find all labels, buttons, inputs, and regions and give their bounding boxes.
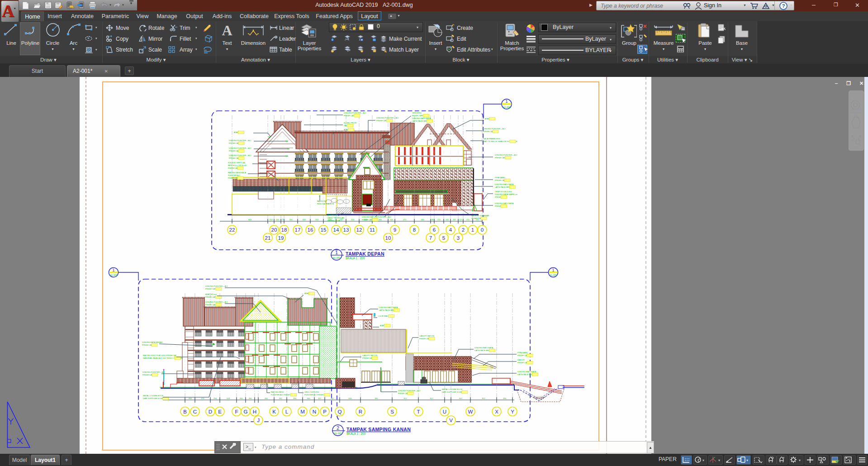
svg-text:R: R [359,409,362,414]
svg-text:A: A [222,23,232,38]
svg-text:PAL: PAL [344,124,347,127]
svg-text:308: 308 [303,219,306,221]
svg-text:DINDING PLESTER + ACI: DINDING PLESTER + ACI [142,371,165,373]
svg-text:165: 165 [446,219,449,221]
svg-text:16: 16 [308,227,313,233]
svg-text:DINDING PLESTER + ACI: DINDING PLESTER + ACI [229,139,251,142]
svg-text:FINISH CAT: FINISH CAT [344,114,354,117]
svg-text:U: U [443,409,446,414]
svg-text:K: K [272,409,276,414]
svg-text:20: 20 [271,227,277,233]
svg-text:19: 19 [278,235,284,241]
svg-text:RAILING KISI2 PLAT 40X4 FINISH: RAILING KISI2 PLAT 40X4 FINISH CAT [143,354,177,357]
svg-text:DINDING BATA MERAH: DINDING BATA MERAH [142,341,162,343]
svg-text:TEMPOK KELILING: TEMPOK KELILING [495,190,512,193]
svg-text:KACA FRAMELESS: KACA FRAMELESS [483,138,500,140]
svg-text:165: 165 [390,219,394,221]
svg-text:14: 14 [333,227,339,233]
svg-text:J: J [257,418,260,423]
svg-text:231: 231 [466,219,470,221]
svg-text:364: 364 [307,397,311,399]
svg-text:869: 869 [248,219,252,221]
svg-text:980: 980 [375,397,379,399]
svg-text:CANOPY BETON: CANOPY BETON [419,335,434,337]
svg-text:319: 319 [351,219,355,221]
svg-text:518: 518 [227,397,230,399]
svg-text:DINDING PLESTER + ACI: DINDING PLESTER + ACI [229,147,251,149]
svg-text:1: 1 [112,268,114,272]
svg-text:D: D [209,409,212,414]
svg-text:165: 165 [276,219,280,221]
svg-text:294: 294 [213,397,217,399]
svg-text:330: 330 [289,219,293,221]
svg-text:ANTERIOR: ANTERIOR [327,214,337,216]
svg-text:TERRACOTTA: TERRACOTTA [327,219,340,222]
svg-text:C: C [193,409,197,414]
svg-text:RAILING BESI/: RAILING BESI/ [271,391,284,393]
svg-text:GENTENG: GENTENG [412,112,422,114]
svg-text:CANOPY BETON: CANOPY BETON [362,354,377,357]
svg-text:DINDING BATU BATA: DINDING BATU BATA [495,183,513,185]
svg-text:FINISH CAT: FINISH CAT [362,219,372,221]
svg-text:6: 6 [433,227,436,233]
svg-text:18: 18 [281,227,287,233]
svg-text:KANOPI: KANOPI [517,359,525,361]
svg-text:8: 8 [413,227,416,233]
svg-text:ANDESIT SUSABAR: ANDESIT SUSABAR [471,214,489,217]
svg-text:385: 385 [379,219,382,221]
svg-text:1: 1 [335,250,338,255]
svg-text:FINISH CAT: FINISH CAT [362,357,373,359]
svg-text:DINDING BATU BATA: DINDING BATU BATA [495,202,513,204]
svg-text:A1-002: A1-002 [334,432,342,435]
svg-text:DINDING BATU BATA: DINDING BATU BATA [474,347,493,349]
svg-text:ATAP: ATAP [380,324,385,327]
svg-text:T: T [417,409,420,414]
svg-text:7: 7 [429,235,432,241]
svg-text:0: 0 [481,227,484,233]
svg-text:280: 280 [240,397,243,399]
svg-text:11: 11 [370,227,375,233]
svg-text:490: 490 [503,397,507,399]
svg-text:FINISH CAT: FINISH CAT [495,179,505,181]
svg-text:ATAP: ATAP [304,292,309,295]
svg-text:77: 77 [281,219,284,221]
svg-text:SKALA 1 : 200: SKALA 1 : 200 [346,257,365,260]
svg-text:PIPA KABEL: PIPA KABEL [495,176,506,179]
svg-text:FINISH CAT: FINISH CAT [229,157,239,159]
svg-text:ATAP: ATAP [344,128,349,131]
svg-text:CANDI TROWULAN: CANDI TROWULAN [327,217,344,219]
svg-text:FINISH CAT: FINISH CAT [228,167,238,169]
svg-text:A2-006: A2-006 [110,274,117,276]
svg-text:DINDING PLESTER + ACI: DINDING PLESTER + ACI [205,301,228,303]
svg-text:2D: 2D [858,107,862,111]
svg-text:ATAP SP mm: ATAP SP mm [205,293,217,295]
svg-text:▾: ▾ [746,458,748,462]
svg-text:RAILING BESI/KACA: RAILING BESI/KACA [228,171,246,174]
svg-text:4: 4 [449,227,452,233]
svg-text:Y: Y [511,409,514,414]
svg-text:FINISH: FINISH [495,205,501,207]
svg-text:15: 15 [321,227,327,233]
svg-text:FINISH: FINISH [495,196,501,198]
svg-text:DINDING PLESTER + ACI: DINDING PLESTER + ACI [205,285,228,287]
svg-text:10: 10 [385,235,391,241]
svg-text:G: G [244,409,248,414]
svg-text:E: E [218,409,222,414]
svg-text:A1-002: A1-002 [332,257,341,259]
svg-text:396: 396 [421,219,425,221]
svg-text:DINDING BETON PLESTER + ACI: DINDING BETON PLESTER + ACI [362,216,391,218]
svg-text:RENOVATION SITE: RENOVATION SITE [317,203,334,205]
svg-text:SKALA 1 : 200: SKALA 1 : 200 [346,432,366,435]
svg-text:1: 1 [505,99,508,104]
svg-text:FINISH CAT: FINISH CAT [495,157,505,159]
svg-text:FINISH CAT: FINISH CAT [205,304,216,306]
svg-text:322: 322 [318,397,322,399]
svg-text:X: X [495,409,498,414]
svg-text:TAMPAK DEPAN: TAMPAK DEPAN [346,251,384,257]
svg-text:DINDING BATU BATA: DINDING BATU BATA [379,306,398,309]
svg-text:DINDING PLESTER + ACI: DINDING PLESTER + ACI [376,117,398,119]
svg-text:812: 812 [430,397,434,399]
svg-text:490: 490 [293,397,297,399]
svg-text:3: 3 [457,235,460,241]
svg-text:FINISH CAT: FINISH CAT [228,177,238,179]
